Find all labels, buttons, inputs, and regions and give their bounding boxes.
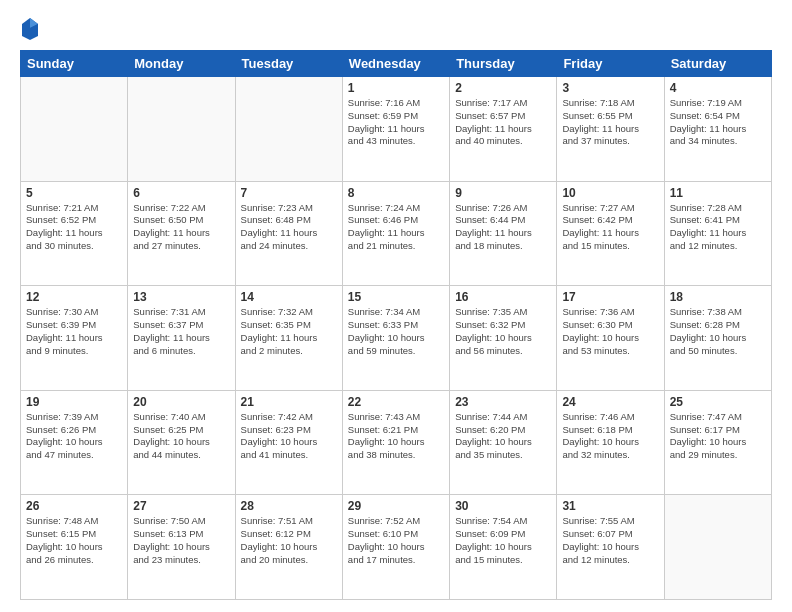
day-number: 21 — [241, 395, 337, 409]
day-info: Sunrise: 7:19 AM Sunset: 6:54 PM Dayligh… — [670, 97, 766, 148]
table-row — [21, 77, 128, 182]
calendar-week-row: 5Sunrise: 7:21 AM Sunset: 6:52 PM Daylig… — [21, 181, 772, 286]
day-number: 8 — [348, 186, 444, 200]
calendar-table: Sunday Monday Tuesday Wednesday Thursday… — [20, 50, 772, 600]
table-row: 24Sunrise: 7:46 AM Sunset: 6:18 PM Dayli… — [557, 390, 664, 495]
day-info: Sunrise: 7:44 AM Sunset: 6:20 PM Dayligh… — [455, 411, 551, 462]
table-row: 15Sunrise: 7:34 AM Sunset: 6:33 PM Dayli… — [342, 286, 449, 391]
table-row: 19Sunrise: 7:39 AM Sunset: 6:26 PM Dayli… — [21, 390, 128, 495]
day-number: 3 — [562, 81, 658, 95]
col-saturday: Saturday — [664, 51, 771, 77]
table-row — [235, 77, 342, 182]
day-info: Sunrise: 7:30 AM Sunset: 6:39 PM Dayligh… — [26, 306, 122, 357]
day-info: Sunrise: 7:16 AM Sunset: 6:59 PM Dayligh… — [348, 97, 444, 148]
day-number: 11 — [670, 186, 766, 200]
table-row: 29Sunrise: 7:52 AM Sunset: 6:10 PM Dayli… — [342, 495, 449, 600]
calendar-header-row: Sunday Monday Tuesday Wednesday Thursday… — [21, 51, 772, 77]
col-sunday: Sunday — [21, 51, 128, 77]
day-info: Sunrise: 7:31 AM Sunset: 6:37 PM Dayligh… — [133, 306, 229, 357]
day-info: Sunrise: 7:43 AM Sunset: 6:21 PM Dayligh… — [348, 411, 444, 462]
day-info: Sunrise: 7:17 AM Sunset: 6:57 PM Dayligh… — [455, 97, 551, 148]
page: Sunday Monday Tuesday Wednesday Thursday… — [0, 0, 792, 612]
calendar-week-row: 26Sunrise: 7:48 AM Sunset: 6:15 PM Dayli… — [21, 495, 772, 600]
table-row: 26Sunrise: 7:48 AM Sunset: 6:15 PM Dayli… — [21, 495, 128, 600]
day-info: Sunrise: 7:55 AM Sunset: 6:07 PM Dayligh… — [562, 515, 658, 566]
day-number: 24 — [562, 395, 658, 409]
day-number: 5 — [26, 186, 122, 200]
day-info: Sunrise: 7:23 AM Sunset: 6:48 PM Dayligh… — [241, 202, 337, 253]
calendar-week-row: 1Sunrise: 7:16 AM Sunset: 6:59 PM Daylig… — [21, 77, 772, 182]
day-info: Sunrise: 7:52 AM Sunset: 6:10 PM Dayligh… — [348, 515, 444, 566]
day-number: 28 — [241, 499, 337, 513]
day-number: 14 — [241, 290, 337, 304]
day-info: Sunrise: 7:46 AM Sunset: 6:18 PM Dayligh… — [562, 411, 658, 462]
day-info: Sunrise: 7:47 AM Sunset: 6:17 PM Dayligh… — [670, 411, 766, 462]
day-number: 15 — [348, 290, 444, 304]
table-row: 30Sunrise: 7:54 AM Sunset: 6:09 PM Dayli… — [450, 495, 557, 600]
table-row: 23Sunrise: 7:44 AM Sunset: 6:20 PM Dayli… — [450, 390, 557, 495]
day-number: 25 — [670, 395, 766, 409]
day-number: 29 — [348, 499, 444, 513]
day-number: 19 — [26, 395, 122, 409]
day-number: 18 — [670, 290, 766, 304]
calendar-week-row: 19Sunrise: 7:39 AM Sunset: 6:26 PM Dayli… — [21, 390, 772, 495]
table-row: 16Sunrise: 7:35 AM Sunset: 6:32 PM Dayli… — [450, 286, 557, 391]
day-number: 2 — [455, 81, 551, 95]
table-row: 22Sunrise: 7:43 AM Sunset: 6:21 PM Dayli… — [342, 390, 449, 495]
day-info: Sunrise: 7:24 AM Sunset: 6:46 PM Dayligh… — [348, 202, 444, 253]
day-info: Sunrise: 7:50 AM Sunset: 6:13 PM Dayligh… — [133, 515, 229, 566]
day-info: Sunrise: 7:22 AM Sunset: 6:50 PM Dayligh… — [133, 202, 229, 253]
day-number: 20 — [133, 395, 229, 409]
day-info: Sunrise: 7:32 AM Sunset: 6:35 PM Dayligh… — [241, 306, 337, 357]
day-number: 9 — [455, 186, 551, 200]
table-row: 8Sunrise: 7:24 AM Sunset: 6:46 PM Daylig… — [342, 181, 449, 286]
day-info: Sunrise: 7:35 AM Sunset: 6:32 PM Dayligh… — [455, 306, 551, 357]
day-number: 1 — [348, 81, 444, 95]
table-row: 27Sunrise: 7:50 AM Sunset: 6:13 PM Dayli… — [128, 495, 235, 600]
calendar-week-row: 12Sunrise: 7:30 AM Sunset: 6:39 PM Dayli… — [21, 286, 772, 391]
day-info: Sunrise: 7:18 AM Sunset: 6:55 PM Dayligh… — [562, 97, 658, 148]
day-info: Sunrise: 7:48 AM Sunset: 6:15 PM Dayligh… — [26, 515, 122, 566]
day-info: Sunrise: 7:39 AM Sunset: 6:26 PM Dayligh… — [26, 411, 122, 462]
table-row: 14Sunrise: 7:32 AM Sunset: 6:35 PM Dayli… — [235, 286, 342, 391]
day-number: 31 — [562, 499, 658, 513]
col-tuesday: Tuesday — [235, 51, 342, 77]
table-row: 18Sunrise: 7:38 AM Sunset: 6:28 PM Dayli… — [664, 286, 771, 391]
col-monday: Monday — [128, 51, 235, 77]
table-row: 31Sunrise: 7:55 AM Sunset: 6:07 PM Dayli… — [557, 495, 664, 600]
day-info: Sunrise: 7:51 AM Sunset: 6:12 PM Dayligh… — [241, 515, 337, 566]
day-number: 7 — [241, 186, 337, 200]
day-number: 16 — [455, 290, 551, 304]
table-row: 21Sunrise: 7:42 AM Sunset: 6:23 PM Dayli… — [235, 390, 342, 495]
table-row: 28Sunrise: 7:51 AM Sunset: 6:12 PM Dayli… — [235, 495, 342, 600]
col-thursday: Thursday — [450, 51, 557, 77]
logo-icon — [20, 16, 40, 40]
day-number: 6 — [133, 186, 229, 200]
day-number: 23 — [455, 395, 551, 409]
day-number: 27 — [133, 499, 229, 513]
day-info: Sunrise: 7:36 AM Sunset: 6:30 PM Dayligh… — [562, 306, 658, 357]
day-info: Sunrise: 7:27 AM Sunset: 6:42 PM Dayligh… — [562, 202, 658, 253]
day-info: Sunrise: 7:34 AM Sunset: 6:33 PM Dayligh… — [348, 306, 444, 357]
day-number: 17 — [562, 290, 658, 304]
table-row: 1Sunrise: 7:16 AM Sunset: 6:59 PM Daylig… — [342, 77, 449, 182]
day-number: 4 — [670, 81, 766, 95]
table-row: 9Sunrise: 7:26 AM Sunset: 6:44 PM Daylig… — [450, 181, 557, 286]
header — [20, 16, 772, 40]
day-number: 26 — [26, 499, 122, 513]
day-info: Sunrise: 7:40 AM Sunset: 6:25 PM Dayligh… — [133, 411, 229, 462]
logo — [20, 16, 44, 40]
table-row: 20Sunrise: 7:40 AM Sunset: 6:25 PM Dayli… — [128, 390, 235, 495]
day-number: 30 — [455, 499, 551, 513]
table-row: 12Sunrise: 7:30 AM Sunset: 6:39 PM Dayli… — [21, 286, 128, 391]
day-info: Sunrise: 7:42 AM Sunset: 6:23 PM Dayligh… — [241, 411, 337, 462]
day-info: Sunrise: 7:28 AM Sunset: 6:41 PM Dayligh… — [670, 202, 766, 253]
col-wednesday: Wednesday — [342, 51, 449, 77]
table-row: 4Sunrise: 7:19 AM Sunset: 6:54 PM Daylig… — [664, 77, 771, 182]
table-row: 5Sunrise: 7:21 AM Sunset: 6:52 PM Daylig… — [21, 181, 128, 286]
table-row: 6Sunrise: 7:22 AM Sunset: 6:50 PM Daylig… — [128, 181, 235, 286]
table-row — [128, 77, 235, 182]
table-row: 3Sunrise: 7:18 AM Sunset: 6:55 PM Daylig… — [557, 77, 664, 182]
day-info: Sunrise: 7:38 AM Sunset: 6:28 PM Dayligh… — [670, 306, 766, 357]
table-row: 17Sunrise: 7:36 AM Sunset: 6:30 PM Dayli… — [557, 286, 664, 391]
